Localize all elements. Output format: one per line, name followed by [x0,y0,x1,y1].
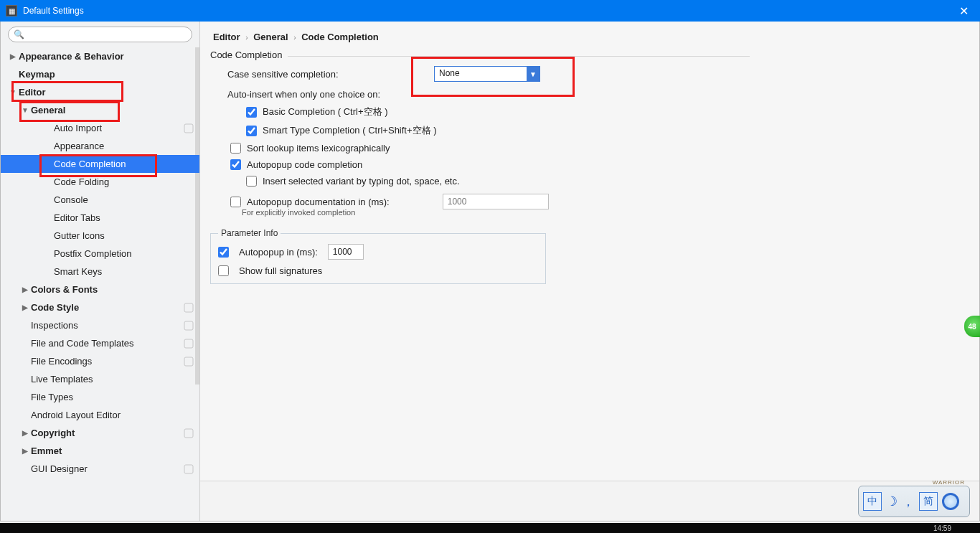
tree-item-android-layout-editor[interactable]: Android Layout Editor [1,406,199,424]
svg-rect-6 [184,465,193,473]
chevron-down-icon: ▼ [527,67,540,81]
svg-rect-3 [184,339,193,348]
close-icon[interactable]: ✕ [953,4,974,18]
chevron-right-icon: ▶ [9,52,17,60]
param-autopopup-checkbox[interactable] [218,247,229,258]
sort-lookup-label: Sort lookup items lexicographically [247,143,390,154]
breadcrumb-code-completion: Code Completion [301,32,379,42]
ime-widget[interactable]: WARRIOR 中 ☽ ， 简 [858,486,970,517]
chevron-right-icon: ▶ [21,429,29,437]
settings-tree[interactable]: ▶Appearance & Behavior Keymap ▼Editor ▼G… [1,47,199,521]
sort-lookup-checkbox[interactable] [230,143,241,154]
tree-item-colors-fonts[interactable]: ▶Colors & Fonts [1,280,199,298]
autopopup-doc-input[interactable] [443,194,549,209]
autopopup-doc-row: Autopopup documentation in (ms): [220,194,750,209]
window-title: Default Settings [23,6,84,16]
breadcrumb: Editor › General › Code Completion [200,22,979,49]
basic-completion-row: Basic Completion ( Ctrl+空格 ) [246,105,750,118]
chevron-right-icon: ▶ [21,286,29,293]
autopopup-doc-checkbox[interactable] [230,197,241,207]
tree-item-appearance-behavior[interactable]: ▶Appearance & Behavior [1,47,199,65]
show-full-signatures-label: Show full signatures [239,265,322,276]
search-input[interactable] [8,27,192,42]
tree-item-code-completion[interactable]: Code Completion [1,155,199,173]
project-tag-icon [184,428,194,438]
insert-variant-row: Insert selected variant by typing dot, s… [246,176,750,187]
case-sensitive-label: Case sensitive completion: [227,69,434,80]
svg-rect-1 [184,303,193,312]
project-tag-icon [184,303,194,313]
project-tag-icon [184,123,194,133]
tree-item-live-templates[interactable]: Live Templates [1,370,199,388]
comma-icon: ， [902,493,915,510]
param-autopopup-input[interactable] [328,244,364,260]
tree-item-gutter-icons[interactable]: Gutter Icons [1,227,199,245]
chevron-right-icon: ▶ [21,447,29,455]
smart-completion-checkbox[interactable] [246,126,257,136]
basic-completion-checkbox[interactable] [246,107,257,118]
smart-completion-row: Smart Type Completion ( Ctrl+Shift+空格 ) [246,124,750,137]
tree-item-auto-import[interactable]: Auto Import [1,119,199,137]
title-bar: ▦ Default Settings ✕ [0,0,980,22]
project-tag-icon [184,321,194,331]
chevron-right-icon: ▶ [21,303,29,311]
tree-item-inspections[interactable]: Inspections [1,316,199,334]
parameter-info-fieldset: Parameter Info Autopopup in (ms): Show f… [210,228,546,284]
settings-content: Editor › General › Code Completion Code … [200,22,979,521]
chevron-down-icon: ▼ [9,88,17,96]
auto-insert-label: Auto-insert when only one choice on: [227,89,750,100]
autopopup-code-row: Autopopup code completion [230,159,750,170]
tree-item-console[interactable]: Console [1,191,199,209]
breadcrumb-general[interactable]: General [253,32,288,42]
ime-settings-icon[interactable] [942,493,959,510]
tree-item-postfix-completion[interactable]: Postfix Completion [1,245,199,263]
settings-sidebar: 🔍 ▶Appearance & Behavior Keymap ▼Editor … [1,22,200,521]
tree-item-appearance[interactable]: Appearance [1,137,199,155]
breadcrumb-editor[interactable]: Editor [213,32,240,42]
svg-rect-5 [184,429,193,438]
tree-item-general[interactable]: ▼General [1,101,199,119]
form-panel: Code Completion Case sensitive completio… [200,49,760,284]
tree-item-editor-tabs[interactable]: Editor Tabs [1,209,199,227]
param-autopopup-label: Autopopup in (ms): [239,247,318,258]
tree-item-code-folding[interactable]: Code Folding [1,173,199,191]
show-full-signatures-checkbox[interactable] [218,265,229,276]
tree-item-editor[interactable]: ▼Editor [1,83,199,101]
svg-rect-4 [184,357,193,366]
chevron-down-icon: ▼ [21,106,29,114]
case-sensitive-dropdown[interactable]: None ▼ [434,66,540,82]
smart-completion-label: Smart Type Completion ( Ctrl+Shift+空格 ) [263,124,437,137]
basic-completion-label: Basic Completion ( Ctrl+空格 ) [263,105,387,118]
tree-item-code-style[interactable]: ▶Code Style [1,298,199,316]
tree-item-gui-designer[interactable]: GUI Designer [1,460,199,478]
svg-rect-2 [184,321,193,330]
tree-item-smart-keys[interactable]: Smart Keys [1,263,199,280]
dialog-body: 🔍 ▶Appearance & Behavior Keymap ▼Editor … [0,22,980,522]
app-icon: ▦ [6,5,17,16]
tree-item-file-code-templates[interactable]: File and Code Templates [1,334,199,352]
project-tag-icon [184,339,194,349]
tree-item-copyright[interactable]: ▶Copyright [1,424,199,442]
tree-item-emmet[interactable]: ▶Emmet [1,442,199,460]
sort-lookup-row: Sort lookup items lexicographically [230,143,750,154]
ime-brand-label: WARRIOR [933,479,965,486]
project-tag-icon [184,464,194,474]
chevron-right-icon: › [242,34,250,42]
tree-item-file-encodings[interactable]: File Encodings [1,352,199,370]
autopopup-code-checkbox[interactable] [230,159,241,170]
autopopup-doc-label: Autopopup documentation in (ms): [247,197,390,207]
ime-charset-button[interactable]: 简 [919,492,938,511]
insert-variant-label: Insert selected variant by typing dot, s… [263,176,460,187]
ime-lang-button[interactable]: 中 [863,492,882,511]
parameter-info-legend: Parameter Info [218,228,281,238]
section-title: Code Completion [210,49,750,60]
project-tag-icon [184,357,194,367]
autopopup-code-label: Autopopup code completion [247,159,362,170]
notification-badge[interactable]: 48 [964,316,980,337]
search-wrap: 🔍 [1,22,199,47]
tree-item-file-types[interactable]: File Types [1,388,199,406]
chevron-right-icon: › [291,34,298,42]
case-sensitive-row: Case sensitive completion: None ▼ [227,66,750,82]
tree-item-keymap[interactable]: Keymap [1,65,199,83]
insert-variant-checkbox[interactable] [246,176,257,187]
